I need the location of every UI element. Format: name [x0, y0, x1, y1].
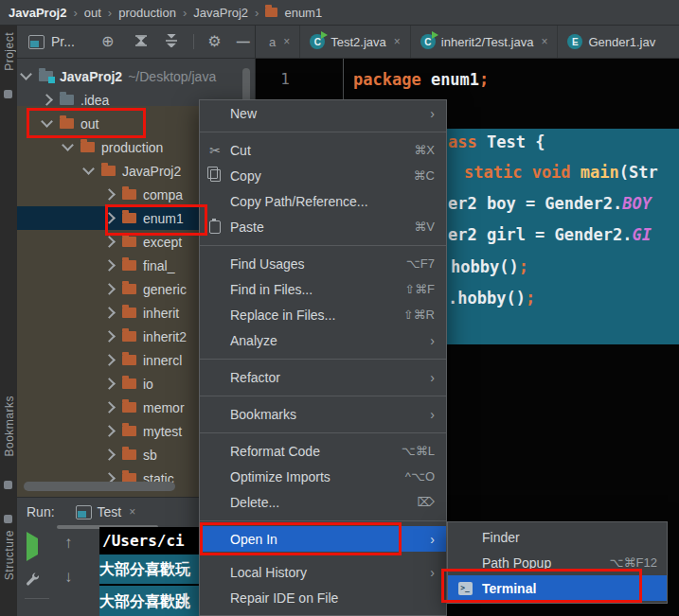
submenu-item-finder[interactable]: Finder: [448, 524, 667, 550]
tree-label: enum1: [143, 211, 184, 226]
menu-item-label: Path Popup: [482, 555, 551, 571]
chevron-right-icon[interactable]: [103, 259, 116, 272]
chevron-down-icon[interactable]: [62, 139, 74, 151]
tab-close-icon[interactable]: ×: [283, 35, 290, 48]
menu-item-replace-in-files[interactable]: Replace in Files... ⇧⌘R: [200, 302, 446, 327]
code-punct: ;: [479, 70, 489, 89]
menu-item-delete[interactable]: Delete... ⌦: [200, 489, 446, 515]
submenu-arrow-icon: ›: [430, 333, 435, 348]
run-badge-icon: [432, 31, 438, 39]
run-tab-label[interactable]: Test: [98, 504, 122, 519]
chevron-right-icon[interactable]: [103, 330, 116, 343]
chevron-right-icon[interactable]: [103, 283, 116, 295]
editor-tab[interactable]: E Gender1.jav: [558, 26, 665, 58]
code-fragment: er2 girl = Gender2.GI: [448, 224, 652, 245]
tab-label: a: [269, 35, 276, 49]
folder-icon: [60, 118, 74, 129]
chevron-right-icon[interactable]: [103, 378, 116, 390]
tool-window-bookmarks[interactable]: Bookmarks: [3, 396, 16, 461]
menu-item-label: Analyze: [230, 333, 277, 348]
code-enum-constant: GI: [632, 225, 651, 244]
up-arrow-icon[interactable]: ↑: [64, 534, 73, 553]
run-tab-close-icon[interactable]: ×: [129, 505, 135, 519]
tree-label: inherit2: [143, 329, 187, 344]
menu-item-find-in-files[interactable]: Find in Files... ⇧⌘F: [200, 276, 446, 302]
run-button[interactable]: [27, 538, 38, 555]
editor-tab[interactable]: C Test2.java ×: [300, 26, 411, 58]
submenu-item-path-popup[interactable]: Path Popup ⌥⌘F12: [448, 550, 667, 575]
chevron-right-icon[interactable]: [41, 94, 53, 106]
tool-window-project[interactable]: Project: [3, 32, 16, 75]
breadcrumb-item[interactable]: JavaProj2: [9, 6, 66, 20]
chevron-right-icon[interactable]: [103, 401, 116, 414]
menu-separator: [200, 390, 446, 401]
menu-item-paste[interactable]: Paste ⌘V: [200, 214, 446, 239]
tool-window-bookmarks-label: Bookmarks: [3, 396, 16, 457]
breadcrumb-item[interactable]: production: [118, 6, 176, 20]
chevron-down-icon[interactable]: [82, 163, 95, 175]
tree-label: final_: [143, 258, 174, 273]
chevron-right-icon[interactable]: [103, 212, 116, 224]
menu-item-cut[interactable]: ✂ Cut ⌘X: [200, 137, 446, 163]
tree-row-project-root[interactable]: JavaProj2 ~/Desktop/java: [17, 64, 256, 88]
chevron-right-icon[interactable]: [103, 236, 116, 248]
tool-window-structure[interactable]: Structure: [3, 530, 16, 584]
tool-window-structure-label: Structure: [3, 530, 16, 580]
menu-item-label: Optimize Imports: [230, 469, 331, 484]
line-number: 1: [265, 70, 290, 88]
menu-item-new[interactable]: New ›: [200, 100, 446, 126]
menu-item-reformat-code[interactable]: Reformat Code ⌥⌘L: [200, 438, 446, 464]
collapse-all-icon[interactable]: [165, 34, 178, 50]
ide-window: JavaProj2 › out › production › JavaProj2…: [0, 0, 679, 616]
breadcrumb-separator: ›: [73, 6, 77, 20]
breadcrumb-item[interactable]: JavaProj2: [193, 6, 248, 20]
down-arrow-icon[interactable]: ↓: [64, 568, 73, 587]
chevron-right-icon[interactable]: [103, 188, 116, 201]
hide-panel-icon[interactable]: —: [237, 34, 250, 49]
menu-item-label: Find in Files...: [230, 282, 313, 297]
menu-item-bookmarks[interactable]: Bookmarks ›: [200, 401, 446, 427]
editor-tab[interactable]: a ×: [256, 26, 300, 58]
menu-item-analyze[interactable]: Analyze ›: [200, 327, 446, 353]
run-tab-icon: [76, 505, 92, 519]
menu-item-copy[interactable]: Copy ⌘C: [200, 163, 446, 188]
folder-icon: [122, 308, 136, 318]
locate-icon[interactable]: ⊕: [101, 34, 114, 49]
chevron-right-icon[interactable]: [103, 449, 116, 461]
code-keyword: static void: [464, 163, 581, 182]
run-label: Run:: [27, 504, 55, 519]
menu-item-optimize-imports[interactable]: Optimize Imports ^⌥O: [200, 464, 446, 489]
menu-shortcut: ⌥F7: [406, 256, 435, 271]
menu-item-label: Cut: [230, 143, 251, 158]
tab-close-icon[interactable]: ×: [541, 35, 547, 48]
menu-item-label: Reformat Code: [230, 444, 320, 459]
code-fragment: hobby();: [451, 256, 528, 277]
toolbar-divider: [193, 34, 194, 49]
settings-wrench-icon[interactable]: [25, 572, 40, 590]
menu-item-open-in[interactable]: Open In ›: [200, 526, 446, 552]
chevron-right-icon[interactable]: [103, 307, 116, 319]
menu-item-local-history[interactable]: Local History ›: [200, 559, 446, 585]
tree-horizontal-scrollbar[interactable]: [24, 482, 175, 491]
chevron-right-icon[interactable]: [103, 425, 116, 437]
project-panel-title[interactable]: Pr...: [51, 34, 75, 49]
menu-item-label: Paste: [230, 220, 264, 235]
menu-item-repair-ide[interactable]: Repair IDE on File: [200, 585, 446, 610]
chevron-down-icon[interactable]: [20, 68, 32, 80]
chevron-down-icon[interactable]: [41, 115, 53, 128]
code-punct: ;: [526, 289, 535, 308]
menu-item-copy-path[interactable]: Copy Path/Reference...: [200, 188, 446, 214]
expand-all-icon[interactable]: [134, 34, 148, 50]
menu-item-refactor[interactable]: Refactor ›: [200, 364, 446, 390]
folder-icon: [122, 284, 136, 294]
menu-item-find-usages[interactable]: Find Usages ⌥F7: [200, 251, 446, 276]
tab-close-icon[interactable]: ×: [394, 35, 401, 48]
breadcrumb-item[interactable]: enum1: [284, 6, 322, 20]
submenu-item-terminal[interactable]: >_ Terminal: [448, 575, 667, 601]
code-fragment: ass Test {: [448, 132, 545, 152]
chevron-right-icon[interactable]: [103, 354, 116, 366]
gear-icon[interactable]: ⚙: [207, 34, 221, 49]
editor-tab[interactable]: C inherit2/Test.java ×: [411, 26, 559, 58]
breadcrumb-item[interactable]: out: [84, 6, 101, 20]
tree-label: sb: [143, 448, 157, 463]
